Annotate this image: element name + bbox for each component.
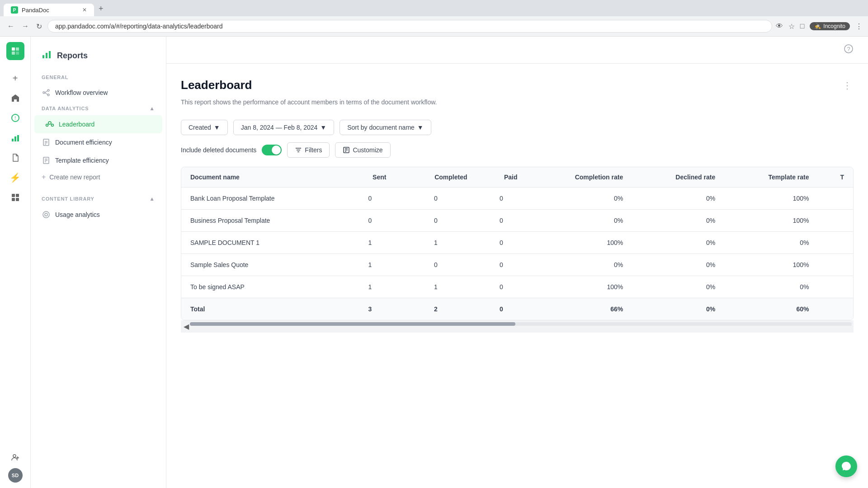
svg-point-34 [45,213,47,216]
tab-close-button[interactable]: ✕ [82,7,87,13]
row-sent: 1 [344,232,395,254]
svg-point-24 [52,124,54,127]
incognito-icon: 🕵 [814,23,821,29]
col-extra: T [818,167,853,188]
svg-rect-11 [12,198,15,201]
sidebar-item-template-efficiency[interactable]: Template efficiency [31,151,166,169]
include-deleted-label: Include deleted documents [181,146,256,154]
sidebar-reports-title: Reports [57,51,88,61]
row-paid: 0 [476,210,527,232]
filters-button[interactable]: Filters [287,142,330,158]
row-completion-rate: 100% [526,232,632,254]
table-row[interactable]: To be signed ASAP 1 1 0 100% 0% 0% [181,276,853,298]
created-label: Created [189,124,211,131]
row-declined-rate: 0% [632,210,724,232]
sidebar-content-library-section[interactable]: CONTENT LIBRARY ▲ [31,192,166,206]
include-deleted-toggle[interactable] [262,145,282,155]
nav-reports-button[interactable] [6,129,24,147]
row-completed: 0 [395,254,476,276]
scrollbar-thumb[interactable] [190,322,515,326]
svg-text:!: ! [14,116,16,121]
nav-home-button[interactable] [6,89,24,107]
table-row[interactable]: Bank Loan Proposal Template 0 0 0 0% 0% … [181,188,853,210]
new-tab-button[interactable]: + [94,1,108,16]
svg-point-13 [13,455,16,457]
table-total-row: Total 3 2 0 66% 0% 60% [181,298,853,320]
scrollbar-track[interactable] [190,322,852,326]
reload-button[interactable]: ↻ [34,20,44,33]
total-declined-rate: 0% [632,298,724,320]
back-button[interactable]: ← [5,20,16,32]
nav-grid-button[interactable] [6,188,24,206]
leaderboard-icon [45,120,54,129]
total-extra [818,298,853,320]
row-extra [818,254,853,276]
row-completed: 0 [395,210,476,232]
chat-support-button[interactable] [835,455,857,477]
user-avatar[interactable]: SD [8,468,23,483]
nav-lightning-button[interactable]: ⚡ [6,169,24,187]
row-document-name: SAMPLE DOCUMENT 1 [181,232,344,254]
row-completion-rate: 0% [526,210,632,232]
sort-filter-button[interactable]: Sort by document name ▼ [340,120,431,135]
sidebar-item-workflow[interactable]: Workflow overview [31,84,166,102]
svg-point-19 [47,94,49,96]
star-icon: ☆ [788,22,795,31]
total-completed: 2 [395,298,476,320]
browser-actions: 👁 ☆ □ 🕵 Incognito ⋮ [776,22,863,31]
eye-icon: 👁 [776,22,783,30]
leaderboard-table: Document name Sent Completed Paid Comple… [181,167,854,320]
active-tab[interactable]: P PandaDoc ✕ [4,4,94,16]
row-template-rate: 0% [724,276,818,298]
row-extra [818,276,853,298]
help-button[interactable]: ? [844,44,854,56]
incognito-badge: 🕵 Incognito [810,22,850,30]
document-efficiency-icon [42,138,51,147]
table-row[interactable]: Business Proposal Template 0 0 0 0% 0% 1… [181,210,853,232]
table-row[interactable]: SAMPLE DOCUMENT 1 1 1 0 100% 0% 0% [181,232,853,254]
col-completed: Completed [395,167,476,188]
main-content: Leaderboard This report shows the perfor… [166,64,868,488]
url-input[interactable] [47,20,772,33]
customize-button[interactable]: Customize [335,142,390,158]
menu-icon[interactable]: ⋮ [855,22,863,31]
content-library-chevron: ▲ [149,196,155,202]
nav-plus-button[interactable]: + [6,69,24,87]
total-sent: 3 [344,298,395,320]
date-range-filter-button[interactable]: Jan 8, 2024 — Feb 8, 2024 ▼ [233,120,335,135]
sidebar-item-usage-analytics[interactable]: Usage analytics [31,206,166,224]
template-efficiency-icon [42,156,51,165]
col-template-rate: Template rate [724,167,818,188]
table-row[interactable]: Sample Sales Quote 1 0 0 0% 0% 100% [181,254,853,276]
add-icon: + [42,173,46,181]
usage-analytics-icon [42,210,51,219]
created-filter-button[interactable]: Created ▼ [181,120,228,135]
svg-line-20 [45,91,47,93]
sidebar-item-document-efficiency[interactable]: Document efficiency [31,133,166,151]
sidebar-general-section[interactable]: GENERAL [31,71,166,84]
row-paid: 0 [476,276,527,298]
page-description: This report shows the performance of acc… [181,98,437,107]
forward-button[interactable]: → [20,20,31,32]
svg-point-23 [46,124,48,127]
nav-doc-button[interactable] [6,149,24,167]
sidebar-data-analytics-section[interactable]: DATA ANALYTICS ▲ [31,102,166,115]
extension-icon: □ [800,22,805,30]
scroll-left-button[interactable]: ◀ [183,322,190,331]
create-new-report-button[interactable]: + Create new report [31,169,166,185]
col-sent: Sent [344,167,395,188]
sidebar-item-leaderboard[interactable]: Leaderboard [34,115,162,133]
options-menu-button[interactable]: ⋮ [841,78,854,93]
nav-bell-button[interactable]: ! [6,109,24,127]
customize-icon [343,146,350,154]
logo[interactable] [6,42,24,60]
row-extra [818,232,853,254]
nav-add-user-button[interactable] [6,448,24,466]
main-area: ? Leaderboard This report shows the perf… [166,37,868,488]
horizontal-scrollbar[interactable]: ◀ [181,320,854,333]
row-declined-rate: 0% [632,254,724,276]
row-document-name: Bank Loan Proposal Template [181,188,344,210]
row-paid: 0 [476,232,527,254]
main-header: ? [166,37,868,64]
row-paid: 0 [476,188,527,210]
